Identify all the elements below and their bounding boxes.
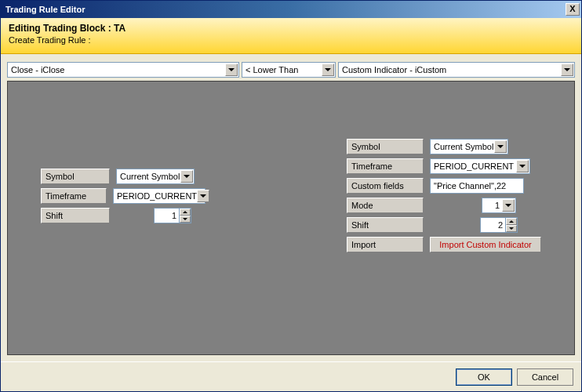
mode-label: Mode [347, 198, 424, 213]
operand-left-value: Close - iClose [11, 65, 64, 74]
workspace: Symbol Current Symbol Timeframe PERIOD_C… [7, 81, 575, 355]
symbol-value: Current Symbol [434, 142, 493, 151]
operand-right-value: Custom Indicator - iCustom [342, 65, 446, 74]
custom-fields-value: "Price Channel",22 [434, 181, 506, 191]
symbol-label: Symbol [347, 139, 424, 154]
cancel-button[interactable]: Cancel [517, 368, 573, 386]
chevron-down-icon [180, 170, 193, 183]
spinner-up-icon[interactable] [180, 209, 191, 216]
operand-left-dropdown[interactable]: Close - iClose [7, 62, 239, 78]
custom-fields-row: Custom fields "Price Channel",22 [347, 177, 544, 194]
import-row: Import Import Custom Indicator [347, 236, 544, 253]
shift-label: Shift [41, 208, 110, 223]
import-button-label: Import Custom Indicator [439, 240, 531, 249]
shift-spinner[interactable]: 2 [480, 217, 518, 233]
left-operand-panel: Symbol Current Symbol Timeframe PERIOD_C… [41, 168, 206, 227]
timeframe-value: PERIOD_CURRENT [117, 191, 197, 201]
custom-fields-label: Custom fields [347, 178, 424, 194]
chevron-down-icon [494, 140, 507, 153]
shift-value: 1 [154, 208, 179, 223]
import-label: Import [347, 237, 424, 252]
operator-dropdown[interactable]: < Lower Than [242, 62, 336, 78]
chevron-down-icon [516, 160, 529, 172]
timeframe-label: Timeframe [347, 158, 424, 174]
custom-fields-input[interactable]: "Price Channel",22 [430, 178, 524, 194]
mode-dropdown[interactable]: 1 [482, 198, 516, 213]
trading-rule-editor-window: Trading Rule Editor X Editing Trading Bl… [0, 0, 582, 392]
header-banner: Editing Trading Block : TA Create Tradin… [1, 18, 581, 54]
chevron-down-icon [561, 64, 573, 76]
symbol-row: Symbol Current Symbol [41, 168, 206, 185]
timeframe-value: PERIOD_CURRENT [434, 162, 514, 171]
symbol-label: Symbol [41, 169, 110, 184]
timeframe-label: Timeframe [41, 188, 107, 204]
symbol-value: Current Symbol [120, 172, 180, 181]
close-icon[interactable]: X [566, 3, 580, 16]
timeframe-row: Timeframe PERIOD_CURRENT [41, 187, 206, 205]
timeframe-dropdown[interactable]: PERIOD_CURRENT [113, 188, 206, 204]
shift-spinner[interactable]: 1 [154, 208, 191, 223]
chevron-down-icon [197, 190, 209, 202]
spinner-down-icon[interactable] [180, 216, 191, 223]
operand-right-dropdown[interactable]: Custom Indicator - iCustom [338, 62, 575, 78]
ok-button[interactable]: OK [456, 368, 512, 386]
symbol-dropdown[interactable]: Current Symbol [116, 169, 195, 184]
spinner-up-icon[interactable] [506, 218, 517, 225]
symbol-row: Symbol Current Symbol [347, 138, 544, 155]
banner-title: Editing Trading Block : TA [9, 23, 573, 34]
symbol-dropdown[interactable]: Current Symbol [430, 139, 508, 154]
window-title: Trading Rule Editor [5, 5, 85, 14]
titlebar: Trading Rule Editor X [1, 1, 581, 18]
mode-row: Mode 1 [347, 197, 544, 214]
timeframe-dropdown[interactable]: PERIOD_CURRENT [430, 158, 530, 174]
chevron-down-icon [502, 199, 515, 212]
timeframe-row: Timeframe PERIOD_CURRENT [347, 158, 544, 175]
import-custom-indicator-button[interactable]: Import Custom Indicator [430, 237, 541, 252]
shift-label: Shift [347, 217, 424, 233]
right-operand-panel: Symbol Current Symbol Timeframe PERIOD_C… [347, 138, 544, 256]
chevron-down-icon [322, 64, 334, 76]
operator-value: < Lower Than [246, 65, 298, 74]
shift-row: Shift 1 [41, 207, 206, 224]
shift-row: Shift 2 [347, 216, 544, 234]
shift-value: 2 [480, 217, 505, 233]
mode-value: 1 [486, 201, 502, 210]
content-area: Close - iClose < Lower Than Custom Indic… [1, 54, 581, 361]
expression-row: Close - iClose < Lower Than Custom Indic… [7, 62, 575, 78]
footer: OK Cancel [1, 361, 581, 391]
spinner-down-icon[interactable] [506, 225, 517, 232]
chevron-down-icon [225, 64, 238, 76]
banner-subtitle: Create Trading Rule : [9, 35, 573, 45]
